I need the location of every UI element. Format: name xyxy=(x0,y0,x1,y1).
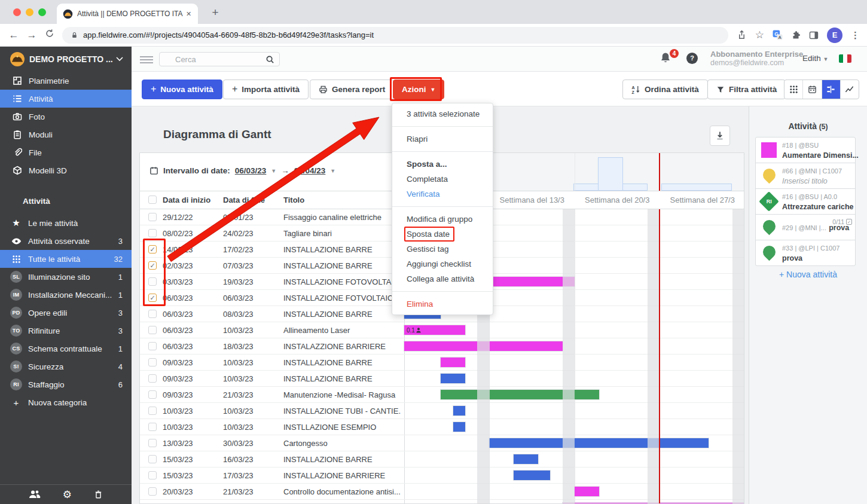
import-tasks-button[interactable]: + Importa attività xyxy=(223,80,309,99)
help-button[interactable]: ? xyxy=(686,53,698,64)
menu-item-sposta-a-[interactable]: Sposta a... xyxy=(392,157,493,172)
sidebar-item-foto[interactable]: Foto xyxy=(0,108,132,126)
row-checkbox[interactable] xyxy=(148,326,157,334)
trash-icon[interactable] xyxy=(94,490,103,499)
row-checkbox[interactable] xyxy=(148,471,157,479)
gantt-bar[interactable] xyxy=(441,374,465,383)
sidebar-filter-rifiniture[interactable]: TORifiniture3 xyxy=(0,322,132,340)
new-tab-button[interactable]: + xyxy=(207,5,224,22)
sidebar-filter-tutte-le-attivit-[interactable]: Tutte le attività32 xyxy=(0,250,132,268)
menu-item-gestisci-tag[interactable]: Gestisci tag xyxy=(392,242,493,256)
settings-gear-icon[interactable]: ⚙ xyxy=(63,490,72,500)
menu-item-collega-alle-attivit-[interactable]: Collega alle attività xyxy=(392,271,493,286)
sidebar-item-planimetrie[interactable]: Planimetrie xyxy=(0,72,132,90)
view-gantt-button[interactable] xyxy=(822,80,840,99)
row-checkbox[interactable] xyxy=(148,342,157,350)
macos-zoom-button[interactable] xyxy=(38,8,46,16)
user-menu[interactable]: Edith ▼ xyxy=(802,54,828,63)
column-header-start[interactable]: Data di inizio xyxy=(163,196,210,204)
column-header-title[interactable]: Titolo xyxy=(283,196,304,204)
row-checkbox[interactable] xyxy=(148,439,157,447)
gantt-bar[interactable] xyxy=(514,454,538,464)
column-header-end[interactable]: Data di fine xyxy=(223,196,265,204)
menu-item-modifica-di-gruppo[interactable]: Modifica di gruppo xyxy=(392,212,493,227)
row-checkbox[interactable] xyxy=(148,229,157,237)
sidebar-item-new-category[interactable]: + Nuova categoria xyxy=(0,393,132,411)
task-card[interactable]: RI #16 | @BSU | A0.0 Attrezzature carich… xyxy=(755,188,856,215)
browser-profile-avatar[interactable]: E xyxy=(827,28,842,43)
people-icon[interactable] xyxy=(29,490,41,499)
notifications-button[interactable]: 4 xyxy=(660,51,676,67)
row-checkbox[interactable] xyxy=(148,358,157,366)
download-gantt-button[interactable] xyxy=(710,126,730,146)
sidebar-item-file[interactable]: File xyxy=(0,143,132,161)
project-switcher[interactable]: DEMO PROGETTO ... xyxy=(0,47,132,72)
sidebar-item-moduli[interactable]: Moduli xyxy=(0,126,132,143)
reload-icon[interactable] xyxy=(41,29,59,41)
browser-tab[interactable]: Attività || DEMO PROGETTO ITA ✕ xyxy=(57,4,198,24)
view-calendar-button[interactable] xyxy=(802,80,821,99)
bookmark-star-icon[interactable]: ☆ xyxy=(755,29,764,41)
gantt-bar[interactable] xyxy=(514,471,550,480)
row-checkbox[interactable] xyxy=(148,455,157,463)
tab-close-icon[interactable]: ✕ xyxy=(186,10,191,18)
row-checkbox[interactable] xyxy=(148,407,157,415)
search-input[interactable] xyxy=(160,53,279,66)
menu-item-3-attivit-selezionate[interactable]: 3 attività selezionate xyxy=(392,106,493,121)
language-flag-italian[interactable] xyxy=(839,54,851,63)
macos-minimize-button[interactable] xyxy=(26,8,33,16)
task-card[interactable]: #66 | @MNI | C1007 Inserisci titolo xyxy=(755,163,856,189)
gantt-bar[interactable] xyxy=(453,422,465,432)
gantt-bar[interactable] xyxy=(441,358,465,367)
translate-icon[interactable]: GA xyxy=(773,30,783,40)
view-chart-button[interactable] xyxy=(840,80,859,99)
row-checkbox[interactable] xyxy=(148,374,157,383)
sidebar-filter-installazione-meccani-[interactable]: IMInstallazione Meccani...1 xyxy=(0,286,132,304)
view-grid-button[interactable] xyxy=(784,80,802,99)
sidebar-filter-sicurezza[interactable]: S!Sicurezza4 xyxy=(0,358,132,375)
gantt-bar[interactable] xyxy=(441,390,599,399)
extensions-puzzle-icon[interactable] xyxy=(791,30,801,40)
gantt-bar[interactable] xyxy=(489,438,709,448)
side-panel-icon[interactable] xyxy=(809,30,819,40)
row-checkbox[interactable] xyxy=(148,310,157,318)
row-checkbox[interactable] xyxy=(148,423,157,431)
row-checkbox[interactable] xyxy=(148,487,157,496)
filter-tasks-button[interactable]: Filtra attività xyxy=(707,80,786,99)
new-task-button[interactable]: + Nuova attività xyxy=(142,80,222,99)
gantt-bar[interactable] xyxy=(575,487,599,496)
gantt-bar[interactable] xyxy=(453,406,465,416)
sidebar-filter-illuminazione-sito[interactable]: SLIlluminazione sito1 xyxy=(0,268,132,286)
date-range-start[interactable]: 06/03/23 xyxy=(235,166,267,175)
sidebar-item-attivit-[interactable]: Attività xyxy=(0,90,132,108)
sidebar-filter-opere-edili[interactable]: PDOpere edili3 xyxy=(0,304,132,322)
address-bar[interactable]: app.fieldwire.com/#!/projects/490405a4-6… xyxy=(62,27,728,44)
sidebar-filter-le-mie-attivit-[interactable]: ★Le mie attività xyxy=(0,214,132,232)
task-card[interactable]: #18 | @BSU Aumentare Dimensi... xyxy=(755,137,856,163)
macos-close-button[interactable] xyxy=(13,8,21,16)
forward-icon[interactable]: → xyxy=(23,29,41,41)
generate-report-button[interactable]: Genera report xyxy=(310,80,394,99)
new-task-link[interactable]: + Nuova attività xyxy=(749,270,867,279)
menu-item-completata[interactable]: Completata xyxy=(392,172,493,187)
task-card[interactable]: #33 | @LPI | C1007 prova xyxy=(755,240,856,266)
sort-tasks-button[interactable]: AZ Ordina attività xyxy=(622,80,708,99)
browser-menu-icon[interactable]: ⋮ xyxy=(851,30,860,41)
menu-item-elimina[interactable]: Elimina xyxy=(392,297,493,311)
date-range-end[interactable]: 02/04/23 xyxy=(294,166,326,175)
sidebar-filter-staffaggio[interactable]: RIStaffaggio6 xyxy=(0,375,132,393)
hamburger-menu-icon[interactable] xyxy=(140,54,153,65)
row-checkbox[interactable] xyxy=(148,390,157,399)
back-icon[interactable]: ← xyxy=(5,29,23,41)
menu-item-riapri[interactable]: Riapri xyxy=(392,132,493,146)
select-all-checkbox[interactable] xyxy=(148,196,157,204)
sidebar-filter-attivit-osservate[interactable]: Attività osservate3 xyxy=(0,232,132,250)
row-checkbox[interactable] xyxy=(148,213,157,221)
menu-item-verificata[interactable]: Verificata xyxy=(392,187,493,201)
gantt-bar[interactable]: 0.1 xyxy=(404,325,465,335)
task-card[interactable]: #29 | @MNI |... prova 0/11 ✓ xyxy=(755,214,856,240)
sidebar-item-modelli-3d[interactable]: Modelli 3D xyxy=(0,161,132,179)
menu-item-aggiungi-checklist[interactable]: Aggiungi checklist xyxy=(392,256,493,271)
sidebar-filter-schema-contrattuale[interactable]: CSSchema contrattuale1 xyxy=(0,340,132,358)
search-icon[interactable] xyxy=(265,55,274,66)
